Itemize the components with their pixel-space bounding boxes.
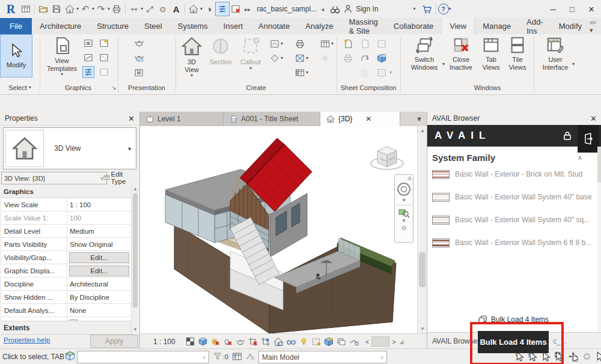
undo-icon[interactable]: ↶ (79, 2, 92, 16)
view-reference-icon[interactable] (376, 38, 387, 49)
default-3d-view-icon[interactable] (187, 2, 200, 16)
elevation-icon[interactable] (269, 53, 280, 64)
property-value[interactable]: 1 : 100 (67, 198, 131, 211)
scroll-right-arrow[interactable]: > (392, 338, 395, 345)
user-interface-caret[interactable]: ▾ (572, 62, 575, 67)
revisions-icon[interactable] (359, 53, 370, 64)
tab-file[interactable]: File (0, 18, 32, 34)
view-templates-button[interactable]: View Templates ▾ (43, 36, 81, 77)
hidden-doc-tab[interactable]: c_... (553, 337, 567, 345)
view-scale-control[interactable]: 1 : 100 (153, 338, 175, 346)
tab-collaborate[interactable]: Collaborate (386, 18, 442, 34)
property-row[interactable]: Show Hidden ...By Discipline (1, 291, 131, 304)
tab-view[interactable]: View (441, 18, 475, 34)
tab-steel[interactable]: Steel (136, 18, 170, 34)
section-icon[interactable]: ◑ (203, 2, 216, 16)
tab-manage[interactable]: Manage (475, 18, 519, 34)
close-view-tab-icon[interactable]: ✕ (365, 115, 371, 123)
view-tab-overflow-icon[interactable]: ▼ (416, 115, 423, 123)
properties-scrollbar[interactable]: ▲ ▼ (131, 185, 139, 333)
locked-orientation-icon[interactable] (273, 336, 284, 347)
sheet-panel-label[interactable]: Sheet Composition (337, 83, 400, 93)
tab-add-ins[interactable]: Add-Ins (519, 18, 551, 34)
property-row[interactable]: DisciplineArchitectural (1, 278, 131, 291)
edit-button[interactable]: Edit... (69, 265, 129, 276)
close-inactive-button[interactable]: Close Inactive (446, 36, 476, 71)
app-store-cart-icon[interactable] (421, 2, 434, 16)
collapse-chevron-icon[interactable]: ∧ (578, 154, 582, 162)
view-tab-level1[interactable]: Level 1 (140, 112, 224, 126)
type-selector[interactable]: 3D View ▾ (3, 127, 136, 169)
scroll-down-arrow[interactable]: ▼ (418, 326, 427, 332)
guide-grid-icon[interactable]: 1 (376, 53, 387, 64)
properties-header[interactable]: Properties ✕ (0, 112, 139, 126)
maximize-button[interactable]: □ (563, 1, 582, 17)
matchline-icon[interactable] (359, 67, 370, 78)
property-row[interactable]: Graphic Displa...Edit... (1, 264, 131, 278)
render-icon[interactable] (133, 37, 144, 48)
view-tab-3d[interactable]: {3D} ✕ (320, 112, 400, 126)
design-options-combo[interactable]: ∨ (77, 351, 209, 363)
crop-off-icon[interactable] (248, 336, 259, 347)
visibility-graphics-icon[interactable] (83, 38, 94, 49)
zoom-tool-icon[interactable] (398, 207, 410, 218)
drafting-view-caret[interactable]: ▾ (281, 41, 283, 46)
select-by-face-icon[interactable] (554, 351, 564, 362)
3d-view-button[interactable]: 3D View ▾ (179, 36, 204, 78)
save-icon[interactable] (50, 2, 63, 16)
property-row[interactable]: Detail LevelMedium (1, 225, 131, 238)
windows-panel-label[interactable]: Windows (400, 83, 575, 93)
tag-icon[interactable]: ⊙ (156, 2, 169, 16)
thin-lines-icon[interactable] (216, 2, 229, 16)
avail-close-icon[interactable]: ✕ (590, 114, 597, 123)
thin-lines-ribbon-icon[interactable] (83, 67, 94, 77)
filter-funnel-icon[interactable] (213, 351, 222, 361)
editable-only-icon[interactable] (232, 351, 242, 362)
switch-windows-button[interactable]: Switch Windows (407, 36, 441, 71)
remove-hidden-lines-icon[interactable] (99, 52, 109, 63)
plan-views-caret[interactable]: ▾ (306, 56, 308, 61)
close-button[interactable]: ✕ (582, 1, 601, 17)
scroll-down-arrow[interactable]: ▼ (132, 327, 139, 332)
navigation-bar[interactable]: ⊗ ▼ ▼ ⊖ (394, 174, 413, 243)
tab-modify[interactable]: Modify (551, 18, 590, 34)
system-family-section[interactable]: System Family ∧ (432, 150, 597, 165)
property-value[interactable]: By Discipline (67, 291, 131, 303)
property-row[interactable]: Visibility/Grap...Edit... (1, 251, 131, 264)
select-panel-label[interactable]: Select ▾ (0, 83, 40, 93)
tab-analyze[interactable]: Analyze (297, 18, 341, 34)
steering-wheel-icon[interactable] (397, 182, 411, 196)
property-value[interactable]: Medium (67, 225, 131, 237)
list-item[interactable]: Basic Wall - Exterior Wall System 40" sq… (432, 214, 592, 226)
tab-annotate[interactable]: Annotate (251, 18, 297, 34)
legends-icon[interactable] (294, 67, 305, 78)
section-button[interactable]: Section (207, 36, 234, 66)
avail-bottom-tab[interactable]: AVAIL Browser (432, 337, 480, 345)
scrollbar-thumb[interactable] (597, 147, 601, 183)
sign-in-label[interactable]: Sign In (356, 5, 378, 13)
avail-scrollbar[interactable] (597, 147, 601, 332)
property-row[interactable]: View Scale1 : 100 (1, 198, 131, 211)
drafting-view-icon[interactable] (269, 38, 280, 49)
property-value[interactable]: Architectural (67, 278, 131, 290)
scrollbar-thumb[interactable] (133, 193, 138, 308)
section-graphics[interactable]: Graphics (1, 185, 131, 198)
tile-views-button[interactable]: Tile Views (505, 36, 530, 71)
tab-structure[interactable]: Structure (89, 18, 136, 34)
crop-region-icon[interactable] (260, 336, 272, 347)
text-icon[interactable]: A (169, 2, 183, 16)
schedules-caret[interactable]: ▾ (331, 41, 334, 46)
schedules-icon[interactable] (320, 38, 331, 49)
show-hidden-lines-icon[interactable] (83, 52, 94, 63)
bulk-load-button[interactable]: Bulk Load 4 Items (478, 315, 549, 324)
navbar-minimize-icon[interactable]: ⊖ (395, 225, 413, 231)
create-panel-label[interactable]: Create (175, 83, 337, 93)
tab-insert[interactable]: Insert (216, 18, 251, 34)
help-icon[interactable]: ? (438, 4, 449, 14)
legends-caret[interactable]: ▾ (306, 70, 308, 75)
search-icon[interactable] (328, 2, 341, 16)
tab-systems[interactable]: Systems (170, 18, 216, 34)
settings-gear-icon[interactable] (582, 351, 592, 362)
modify-button[interactable]: Modify (0, 34, 32, 77)
avail-panel-header[interactable]: AVAIL Browser ✕ (427, 112, 601, 126)
